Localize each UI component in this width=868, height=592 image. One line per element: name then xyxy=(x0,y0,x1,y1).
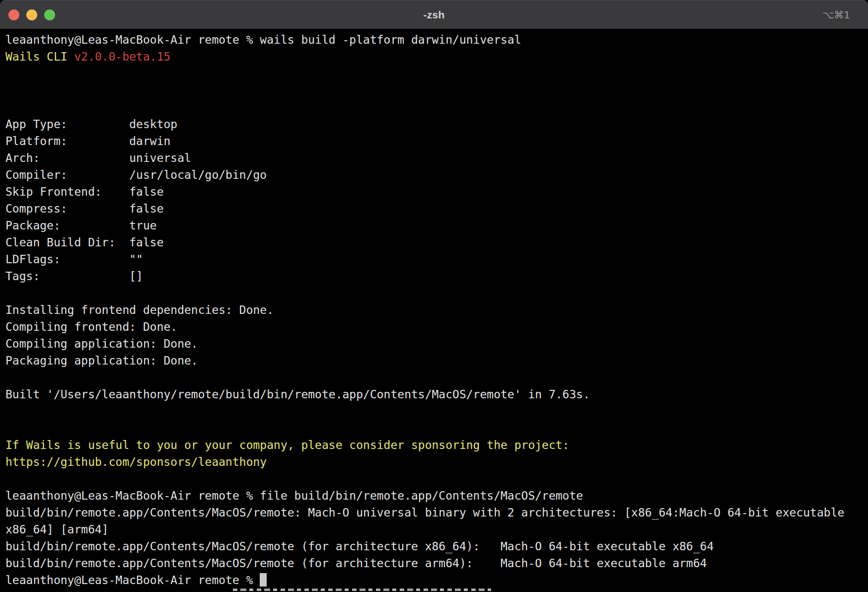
sponsor-url-line: https://github.com/sponsors/leaanthony xyxy=(5,453,863,470)
prompt-line: leaanthony@Leas-MacBook-Air remote % fil… xyxy=(5,487,863,504)
terminal-line xyxy=(5,420,863,437)
terminal-text-segment: Tags: [] xyxy=(5,270,143,283)
config-row-package: Package: true xyxy=(5,217,863,234)
terminal-text-segment: build/bin/remote.app/Contents/MacOS/remo… xyxy=(5,557,707,570)
terminal-text-segment: Installing frontend dependencies: Done. xyxy=(5,303,274,316)
file-output-line: build/bin/remote.app/Contents/MacOS/remo… xyxy=(5,555,863,572)
terminal-text-segment: Packaging application: Done. xyxy=(5,354,198,367)
build-result-line: Built '/Users/leaanthony/remote/build/bi… xyxy=(5,386,863,403)
terminal-text-segment: build/bin/remote.app/Contents/MacOS/remo… xyxy=(5,540,714,553)
terminal-window: -zsh ⌥⌘1 leaanthony@Leas-MacBook-Air rem… xyxy=(0,0,868,592)
prompt-line-current: leaanthony@Leas-MacBook-Air remote % xyxy=(5,572,863,589)
terminal-text-segment: Wails CLI xyxy=(5,50,74,63)
terminal-text-segment: Arch: universal xyxy=(5,151,191,164)
terminal-text-segment: Built '/Users/leaanthony/remote/build/bi… xyxy=(5,388,590,401)
status-line: Compiling frontend: Done. xyxy=(5,318,863,335)
terminal-line xyxy=(5,285,863,301)
zoom-button[interactable] xyxy=(44,9,55,20)
terminal-text-segment: Compiling application: Done. xyxy=(5,337,198,350)
terminal-text-segment: Compiler: /usr/local/go/bin/go xyxy=(5,168,267,181)
terminal-text-segment: leaanthony@Leas-MacBook-Air remote % wai… xyxy=(5,33,521,46)
config-row-skip-frontend: Skip Frontend: false xyxy=(5,183,863,200)
traffic-lights xyxy=(8,0,55,29)
status-line: Compiling application: Done. xyxy=(5,335,863,352)
file-output-line: build/bin/remote.app/Contents/MacOS/remo… xyxy=(5,538,863,555)
terminal-text-segment: If Wails is useful to you or your compan… xyxy=(5,439,569,451)
terminal-text-segment: build/bin/remote.app/Contents/MacOS/remo… xyxy=(5,506,844,519)
config-row-platform: Platform: darwin xyxy=(5,133,863,149)
sponsor-message-line: If Wails is useful to you or your compan… xyxy=(5,437,863,453)
terminal-line xyxy=(5,99,863,116)
wails-cli-version-line: Wails CLI v2.0.0-beta.15 xyxy=(5,48,863,65)
terminal-line xyxy=(5,369,863,386)
terminal-text-segment: leaanthony@Leas-MacBook-Air remote % xyxy=(5,574,260,587)
clipped-text-fragment xyxy=(233,589,491,592)
terminal-line xyxy=(5,82,863,99)
config-row-tags: Tags: [] xyxy=(5,268,863,285)
terminal-text-segment: leaanthony@Leas-MacBook-Air remote % fil… xyxy=(5,489,583,502)
terminal-text-segment: Clean Build Dir: false xyxy=(5,236,164,249)
terminal-line xyxy=(5,403,863,420)
config-row-compress: Compress: false xyxy=(5,200,863,217)
terminal-text-segment: Compress: false xyxy=(5,202,164,215)
config-row-ldflags: LDFlags: "" xyxy=(5,251,863,268)
terminal-text-segment: Platform: darwin xyxy=(5,135,170,148)
terminal-text-segment: https://github.com/sponsors/leaanthony xyxy=(5,455,267,468)
terminal-text-segment: Package: true xyxy=(5,219,157,232)
file-output-line-wrap: x86_64] [arm64] xyxy=(5,521,863,538)
terminal-line xyxy=(5,470,863,487)
terminal-text-segment: Skip Frontend: false xyxy=(5,185,164,198)
terminal-text-segment: v2.0.0-beta.15 xyxy=(74,50,170,63)
minimize-button[interactable] xyxy=(26,9,37,20)
config-row-compiler: Compiler: /usr/local/go/bin/go xyxy=(5,166,863,183)
config-row-app-type: App Type: desktop xyxy=(5,116,863,133)
config-row-arch: Arch: universal xyxy=(5,149,863,166)
tab-shortcut-hint: ⌥⌘1 xyxy=(822,9,850,21)
status-line: Packaging application: Done. xyxy=(5,352,863,369)
file-output-line: build/bin/remote.app/Contents/MacOS/remo… xyxy=(5,504,863,521)
titlebar[interactable]: -zsh ⌥⌘1 xyxy=(0,0,868,29)
config-row-clean-build-dir: Clean Build Dir: false xyxy=(5,234,863,251)
terminal-text-segment: LDFlags: "" xyxy=(5,253,143,266)
terminal-text-segment: Compiling frontend: Done. xyxy=(5,320,177,333)
terminal-line xyxy=(5,65,863,82)
status-line: Installing frontend dependencies: Done. xyxy=(5,301,863,318)
terminal-text-segment: x86_64] [arm64] xyxy=(5,523,109,536)
close-button[interactable] xyxy=(8,9,19,20)
terminal-text-segment: App Type: desktop xyxy=(5,118,177,131)
prompt-line: leaanthony@Leas-MacBook-Air remote % wai… xyxy=(5,31,863,48)
terminal-cursor xyxy=(260,573,267,587)
terminal-screen[interactable]: leaanthony@Leas-MacBook-Air remote % wai… xyxy=(0,29,868,592)
window-title: -zsh xyxy=(423,9,444,21)
